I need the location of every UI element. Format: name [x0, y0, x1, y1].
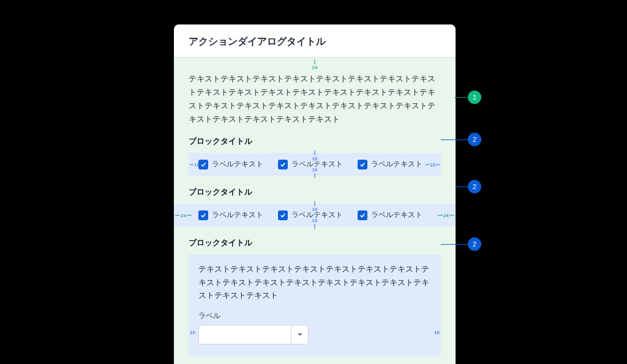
block-body-text: テキストテキストテキストテキストテキストテキストテキストテキストテキストテキスト…	[198, 263, 431, 302]
callout-1: 1	[454, 91, 481, 104]
spacing-marker: 16	[312, 201, 318, 212]
block-title: ブロックタイトル	[189, 237, 441, 248]
check-icon	[359, 212, 366, 218]
spacing-marker: 16	[426, 162, 440, 167]
select-dropdown-button[interactable]	[291, 325, 308, 344]
callout-badge: 1	[468, 91, 481, 104]
checkbox-row: 16 16 ラベルテキスト ラベルテキスト	[189, 153, 441, 176]
checkbox-label: ラベルテキスト	[371, 159, 422, 169]
checkbox[interactable]	[278, 210, 288, 220]
select-field[interactable]	[199, 325, 291, 344]
checkbox[interactable]	[358, 160, 367, 169]
spacing-marker: 16	[312, 150, 318, 162]
checkbox[interactable]	[278, 160, 288, 169]
spacing-marker: 16	[312, 167, 318, 178]
check-icon	[280, 212, 286, 218]
checkbox-item: ラベルテキスト	[358, 159, 422, 169]
callout-badge: 2	[468, 180, 481, 193]
checkbox-item: ラベルテキスト	[198, 210, 263, 220]
checkbox-label: ラベルテキスト	[212, 159, 263, 169]
checkbox[interactable]	[358, 210, 367, 220]
spacing-marker: 16	[190, 330, 195, 335]
spacing-marker: 16	[190, 162, 204, 167]
action-dialog: アクションダイアログタイトル 24 テキストテキストテキストテキストテキストテキ…	[174, 24, 456, 364]
dialog-body: 24 テキストテキストテキストテキストテキストテキストテキストテキストテキストテ…	[174, 58, 456, 364]
block-title: ブロックタイトル	[189, 187, 441, 198]
spacing-marker: 16	[312, 218, 318, 229]
checkbox-label: ラベルテキスト	[212, 210, 263, 220]
checkbox-item: ラベルテキスト	[278, 159, 343, 169]
dialog-description: テキストテキストテキストテキストテキストテキストテキストテキストテキストテキスト…	[189, 72, 441, 126]
caret-down-icon	[297, 332, 303, 338]
check-icon	[280, 162, 286, 168]
select-input[interactable]	[198, 325, 309, 344]
block-2: ブロックタイトル 16 24 ラベルテキスト ラベルテキスト	[189, 187, 441, 226]
callout-badge: 2	[468, 133, 481, 146]
callout-2a: 2	[441, 133, 481, 146]
dialog-header: アクションダイアログタイトル	[174, 24, 456, 58]
spacing-marker: 24	[175, 212, 192, 218]
callout-badge: 2	[468, 237, 481, 251]
block-title: ブロックタイトル	[189, 136, 441, 147]
checkbox-item: ラベルテキスト	[198, 159, 263, 169]
checkbox-item: ラベルテキスト	[278, 210, 343, 220]
field-label: ラベル	[198, 311, 431, 321]
dialog-title: アクションダイアログタイトル	[189, 35, 441, 48]
content-box: 16 16 テキストテキストテキストテキストテキストテキストテキストテキストテキ…	[189, 254, 441, 357]
spacing-marker: 24	[438, 212, 454, 218]
checkbox-label: ラベルテキスト	[371, 210, 422, 220]
checkbox-item: ラベルテキスト	[358, 210, 422, 220]
checkbox[interactable]	[198, 210, 208, 220]
block-3: ブロックタイトル 16 16 テキストテキストテキストテキストテキストテキストテ…	[189, 237, 441, 357]
spacing-marker: 16	[434, 330, 440, 335]
callout-2c: 2	[441, 237, 481, 251]
callout-2b: 2	[456, 180, 481, 193]
spacing-marker-top-outer: 24	[312, 59, 318, 70]
block-1: ブロックタイトル 16 16 ラベルテキスト ラベルテキスト	[189, 136, 441, 176]
checkbox-row-wide: 16 24 ラベルテキスト ラベルテキスト	[174, 204, 456, 226]
check-icon	[200, 212, 206, 218]
check-icon	[359, 162, 366, 168]
